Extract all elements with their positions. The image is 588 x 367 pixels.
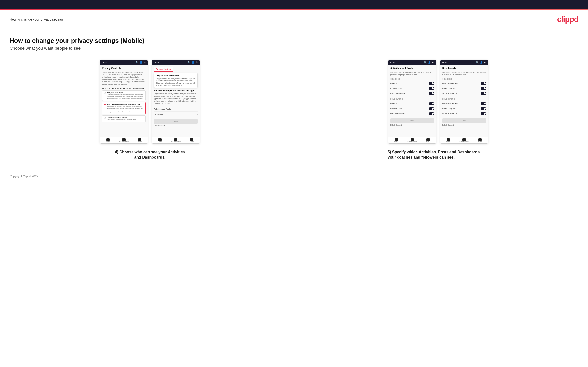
arrow-activities: › bbox=[197, 108, 198, 110]
tooltip-box: Only You and Your Coach Only you and the… bbox=[154, 73, 198, 88]
toggle-manual-followers-switch[interactable] bbox=[429, 112, 434, 115]
screen-4: ‹ Back 🔍 👤 ⚙ Dashboards Select the dashb… bbox=[440, 59, 488, 144]
search-icon-1[interactable]: 🔍 bbox=[136, 61, 138, 64]
caption-1: 4) Choose who can see your Activities an… bbox=[111, 149, 188, 160]
coaches-label-3: COACHES bbox=[390, 78, 434, 80]
radio-option-coach-only[interactable]: Only You and Your Coach Only you and the… bbox=[102, 115, 146, 122]
toggle-player-dash-coaches-switch[interactable] bbox=[481, 82, 486, 85]
performance-icon-3 bbox=[411, 138, 414, 141]
feature-activities[interactable]: Activities and Posts › bbox=[154, 106, 198, 112]
tab-home-2[interactable]: Home bbox=[152, 138, 168, 142]
tab-menu-1[interactable]: Menu bbox=[132, 138, 148, 142]
followers-label-4: FOLLOWERS bbox=[442, 98, 486, 100]
screen-3: ‹ Back 🔍 👤 ⚙ Activities and Posts Select… bbox=[388, 59, 436, 144]
performance-icon-1 bbox=[122, 138, 126, 141]
screens-row: ‹ Back 🔍 👤 ⚙ Privacy Controls Control ho… bbox=[10, 59, 578, 160]
toggle-round-insights-followers: Round Insights bbox=[442, 106, 486, 111]
toggle-round-insights-followers-switch[interactable] bbox=[481, 107, 486, 110]
menu-icon-1 bbox=[138, 138, 141, 141]
tab-bar-3: Home My Performance Menu bbox=[388, 137, 436, 143]
feature-dashboards[interactable]: Dashboards › bbox=[154, 112, 198, 117]
toggle-player-dash-followers-switch[interactable] bbox=[481, 102, 486, 105]
toggle-drills-followers: Practice Drills bbox=[390, 106, 434, 111]
settings-icon-4[interactable]: ⚙ bbox=[484, 61, 486, 64]
toggle-rounds-coaches-switch[interactable] bbox=[429, 82, 434, 85]
arrow-dashboards: › bbox=[197, 113, 198, 116]
settings-icon-1[interactable]: ⚙ bbox=[144, 61, 146, 64]
tab-bar-1: Home My Performance Menu bbox=[100, 137, 148, 143]
nav-bar-4: ‹ Back 🔍 👤 ⚙ bbox=[440, 60, 488, 65]
tab-performance-4[interactable]: My Performance bbox=[456, 138, 472, 142]
screen-group-left: ‹ Back 🔍 👤 ⚙ Privacy Controls Control ho… bbox=[10, 59, 290, 160]
toggle-work-on-coaches-switch[interactable] bbox=[481, 92, 486, 95]
toggle-manual-coaches-switch[interactable] bbox=[429, 92, 434, 95]
breadcrumb: How to change your privacy settings bbox=[10, 17, 64, 21]
nav-bar-3: ‹ Back 🔍 👤 ⚙ bbox=[388, 60, 436, 65]
privacy-controls-body: Control how you and your data appears to… bbox=[102, 71, 146, 85]
toggle-drills-followers-switch[interactable] bbox=[429, 107, 434, 110]
tab-home-1[interactable]: Home bbox=[100, 138, 116, 142]
save-button-3[interactable]: Save bbox=[390, 118, 434, 123]
help-support-4: Help & Support bbox=[442, 124, 486, 126]
phone-body-3: Activities and Posts Select the types of… bbox=[388, 65, 436, 137]
toggle-rounds-followers-switch[interactable] bbox=[429, 102, 434, 105]
back-button-2[interactable]: ‹ Back bbox=[154, 61, 159, 64]
followers-label-3: FOLLOWERS bbox=[390, 98, 434, 100]
phone-body-4: Dashboards Select the dashboards that yo… bbox=[440, 65, 488, 137]
user-icon-3[interactable]: 👤 bbox=[428, 61, 431, 64]
back-button-3[interactable]: ‹ Back bbox=[390, 61, 396, 64]
activities-posts-desc: Select the types of activity that you'd … bbox=[390, 71, 434, 76]
toggle-manual-coaches: Manual Activities bbox=[390, 91, 434, 96]
toggle-manual-followers: Manual Activities bbox=[390, 111, 434, 116]
search-icon-3[interactable]: 🔍 bbox=[424, 61, 427, 64]
tab-performance-3[interactable]: My Performance bbox=[404, 138, 420, 142]
toggle-work-on-coaches: What To Work On bbox=[442, 91, 486, 96]
screen-1: ‹ Back 🔍 👤 ⚙ Privacy Controls Control ho… bbox=[100, 59, 148, 144]
user-icon-4[interactable]: 👤 bbox=[480, 61, 483, 64]
save-button-4[interactable]: Save bbox=[442, 118, 486, 123]
tab-menu-2[interactable]: Menu bbox=[184, 138, 200, 142]
search-icon-4[interactable]: 🔍 bbox=[476, 61, 479, 64]
back-button-4[interactable]: ‹ Back bbox=[442, 61, 448, 64]
header: How to change your privacy settings clip… bbox=[0, 10, 588, 24]
tab-bar-4: Home My Performance Menu bbox=[440, 137, 488, 143]
radio-dot-coach-only bbox=[104, 117, 106, 119]
show-hide-title: Show or hide specific features in Clippd bbox=[154, 89, 198, 92]
caption-2: 5) Specify which Activities, Posts and D… bbox=[388, 149, 489, 160]
activities-posts-title: Activities and Posts bbox=[390, 67, 434, 70]
toggle-drills-coaches: Practice Drills bbox=[390, 86, 434, 91]
toggle-drills-coaches-switch[interactable] bbox=[429, 87, 434, 90]
nav-icons-2: 🔍 👤 ⚙ bbox=[188, 61, 198, 64]
nav-icons-1: 🔍 👤 ⚙ bbox=[136, 61, 146, 64]
show-hide-text: Regardless of the privacy controls that … bbox=[154, 93, 198, 104]
menu-icon-2 bbox=[190, 138, 193, 141]
search-icon-2[interactable]: 🔍 bbox=[188, 61, 190, 64]
settings-icon-2[interactable]: ⚙ bbox=[196, 61, 198, 64]
save-button-2[interactable]: Save bbox=[154, 119, 198, 124]
toggle-work-on-followers: What To Work On bbox=[442, 111, 486, 116]
screen-group-right: ‹ Back 🔍 👤 ⚙ Activities and Posts Select… bbox=[298, 59, 579, 160]
user-icon-2[interactable]: 👤 bbox=[192, 61, 194, 64]
tab-performance-2[interactable]: My Performance bbox=[168, 138, 184, 142]
radio-option-everyone[interactable]: Everyone on Clippd Everyone on Clippd ca… bbox=[102, 90, 146, 101]
radio-dot-everyone bbox=[104, 92, 106, 94]
back-button-1[interactable]: ‹ Back bbox=[102, 61, 107, 64]
main-content: How to change your privacy settings (Mob… bbox=[0, 27, 588, 192]
tab-menu-4[interactable]: Menu bbox=[472, 138, 488, 142]
tab-menu-3[interactable]: Menu bbox=[420, 138, 436, 142]
toggle-rounds-followers: Rounds bbox=[390, 101, 434, 106]
copyright: Copyright Clippd 2022 bbox=[10, 175, 578, 178]
settings-icon-3[interactable]: ⚙ bbox=[432, 61, 434, 64]
radio-option-approved[interactable]: Only Approved Followers and Your Coach O… bbox=[102, 102, 146, 114]
toggle-player-dash-followers: Player Dashboard bbox=[442, 101, 486, 106]
top-bar bbox=[0, 0, 588, 9]
toggle-round-insights-coaches-switch[interactable] bbox=[481, 87, 486, 90]
tab-performance-1[interactable]: My Performance bbox=[116, 138, 132, 142]
toggle-work-on-followers-switch[interactable] bbox=[481, 112, 486, 115]
screens-pair-left: ‹ Back 🔍 👤 ⚙ Privacy Controls Control ho… bbox=[100, 59, 200, 144]
privacy-controls-tab[interactable]: Privacy Controls bbox=[154, 67, 173, 72]
user-icon-1[interactable]: 👤 bbox=[140, 61, 142, 64]
help-support-3: Help & Support bbox=[390, 124, 434, 126]
tab-home-4[interactable]: Home bbox=[440, 138, 456, 142]
tab-home-3[interactable]: Home bbox=[388, 138, 404, 142]
